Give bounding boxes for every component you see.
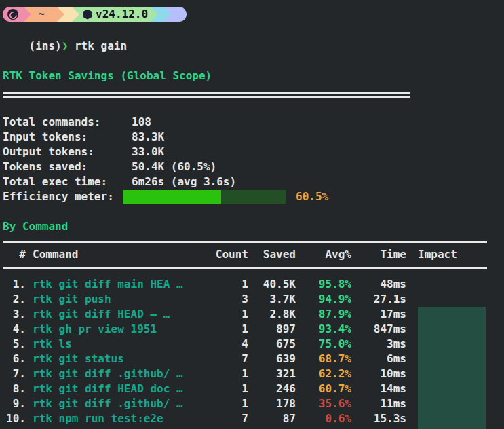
row-count: 1 <box>208 381 248 396</box>
directory-label: ~ <box>38 7 45 22</box>
row-rank: 5. <box>3 337 26 352</box>
stat-label: Total exec time: <box>3 174 132 189</box>
table-row: 9. rtk git diff .github/ … 1 178 35.6% 1… <box>3 396 501 411</box>
prompt-line[interactable]: (ins)❯ rtk gain <box>3 24 501 69</box>
efficiency-meter-row: Efficiency meter: 60.5% <box>3 189 501 204</box>
stat-label: Input tokens: <box>3 130 132 145</box>
row-time: 10ms <box>351 367 406 381</box>
double-rule <box>3 92 410 98</box>
row-avg-percent: 87.9% <box>296 307 351 322</box>
table-row: 1. rtk git diff main HEA … 1 40.5K 95.8%… <box>3 277 501 292</box>
terminal-window: ~ v24.12.0 (ins)❯ rtk gain RTK Token Sav… <box>3 7 501 429</box>
header-count: Count <box>208 247 248 262</box>
row-saved: 40.5K <box>248 277 296 292</box>
row-rank: 8. <box>3 381 26 396</box>
row-impact-cell <box>418 381 486 396</box>
table-row: 4. rtk gh pr view 1951 1 897 93.4% 847ms <box>3 322 501 337</box>
row-avg-percent: 60.7% <box>296 381 351 396</box>
row-time: 27.1s <box>351 292 406 307</box>
row-time: 17ms <box>351 307 406 322</box>
header-avg: Avg% <box>296 247 351 262</box>
row-avg-percent: 0.6% <box>296 411 351 426</box>
row-count: 1 <box>208 277 248 292</box>
stat-label: Efficiency meter: <box>3 189 123 204</box>
table-row: 6. rtk git status 7 639 68.7% 6ms <box>3 352 501 367</box>
row-command: rtk git diff .github/ … <box>33 396 208 411</box>
row-saved: 87 <box>248 411 296 426</box>
row-time: 48ms <box>351 277 406 292</box>
row-avg-percent: 35.6% <box>296 396 351 411</box>
row-impact-cell <box>418 307 486 322</box>
row-impact-cell <box>418 352 486 367</box>
stat-label: Tokens saved: <box>3 160 132 174</box>
row-rank: 2. <box>3 292 26 307</box>
row-impact-cell <box>418 396 486 411</box>
row-rank: 1. <box>3 277 26 292</box>
row-time: 15.3s <box>351 411 406 426</box>
row-command: rtk git diff HEAD doc … <box>33 381 208 396</box>
stat-tokens-saved: Tokens saved: 50.4K (60.5%) <box>3 160 501 174</box>
stat-value: 50.4K (60.5%) <box>132 160 216 174</box>
row-rank: 4. <box>3 322 26 337</box>
row-saved: 178 <box>248 396 296 411</box>
stat-value: 6m26s (avg 3.6s) <box>132 174 236 189</box>
stat-label: Total commands: <box>3 115 132 130</box>
row-command: rtk ls <box>33 337 208 352</box>
row-saved: 246 <box>248 381 296 396</box>
row-saved: 321 <box>248 367 296 381</box>
header-rank: # <box>3 247 26 262</box>
table-row: 8. rtk git diff HEAD doc … 1 246 60.7% 1… <box>3 381 501 396</box>
row-rank: 9. <box>3 396 26 411</box>
row-count: 3 <box>208 292 248 307</box>
row-rank: 10. <box>3 411 26 426</box>
row-command: rtk git diff HEAD — … <box>33 307 208 322</box>
header-command: Command <box>33 247 208 262</box>
row-avg-percent: 75.0% <box>296 337 351 352</box>
row-command: rtk git diff .github/ … <box>33 367 208 381</box>
row-time: 847ms <box>351 322 406 337</box>
table-row: 2. rtk git push 3 3.7K 94.9% 27.1s <box>3 292 501 307</box>
row-saved: 2.8K <box>248 307 296 322</box>
row-time: 6ms <box>351 352 406 367</box>
stat-value: 108 <box>132 115 151 130</box>
efficiency-percent: 60.5% <box>296 189 328 204</box>
row-avg-percent: 62.2% <box>296 367 351 381</box>
hexagon-node-icon <box>83 10 92 20</box>
node-version-label: v24.12.0 <box>96 7 148 22</box>
row-saved: 675 <box>248 337 296 352</box>
row-command: rtk npm run test:e2e <box>33 411 208 426</box>
row-count: 1 <box>208 322 248 337</box>
header-impact: Impact <box>418 247 486 262</box>
row-command: rtk git push <box>33 292 208 307</box>
stat-input-tokens: Input tokens: 83.3K <box>3 130 501 145</box>
row-command: rtk gh pr view 1951 <box>33 322 208 337</box>
row-time: 11ms <box>351 396 406 411</box>
moon-circle-icon <box>7 9 18 20</box>
row-avg-percent: 95.8% <box>296 277 351 292</box>
row-rank: 6. <box>3 352 26 367</box>
row-time: 14ms <box>351 381 406 396</box>
row-impact-cell <box>418 292 486 307</box>
row-avg-percent: 93.4% <box>296 322 351 337</box>
row-impact-cell <box>418 337 486 352</box>
row-impact-cell <box>418 367 486 381</box>
header-time: Time <box>351 247 406 262</box>
row-rank: 3. <box>3 307 26 322</box>
stat-output-tokens: Output tokens: 33.0K <box>3 145 501 160</box>
row-saved: 3.7K <box>248 292 296 307</box>
row-command: rtk git status <box>33 352 208 367</box>
row-avg-percent: 68.7% <box>296 352 351 367</box>
stat-total-commands: Total commands: 108 <box>3 115 501 130</box>
row-saved: 897 <box>248 322 296 337</box>
row-impact-cell <box>418 322 486 337</box>
table-row: 3. rtk git diff HEAD — … 1 2.8K 87.9% 17… <box>3 307 501 322</box>
efficiency-meter-bar <box>123 190 286 204</box>
row-count: 1 <box>208 367 248 381</box>
table-row: 7. rtk git diff .github/ … 1 321 62.2% 1… <box>3 367 501 381</box>
row-count: 1 <box>208 396 248 411</box>
row-count: 7 <box>208 411 248 426</box>
efficiency-meter-fill <box>123 190 221 204</box>
row-count: 1 <box>208 307 248 322</box>
typed-command: rtk gain <box>68 39 127 52</box>
table-body: 1. rtk git diff main HEA … 1 40.5K 95.8%… <box>3 269 501 426</box>
